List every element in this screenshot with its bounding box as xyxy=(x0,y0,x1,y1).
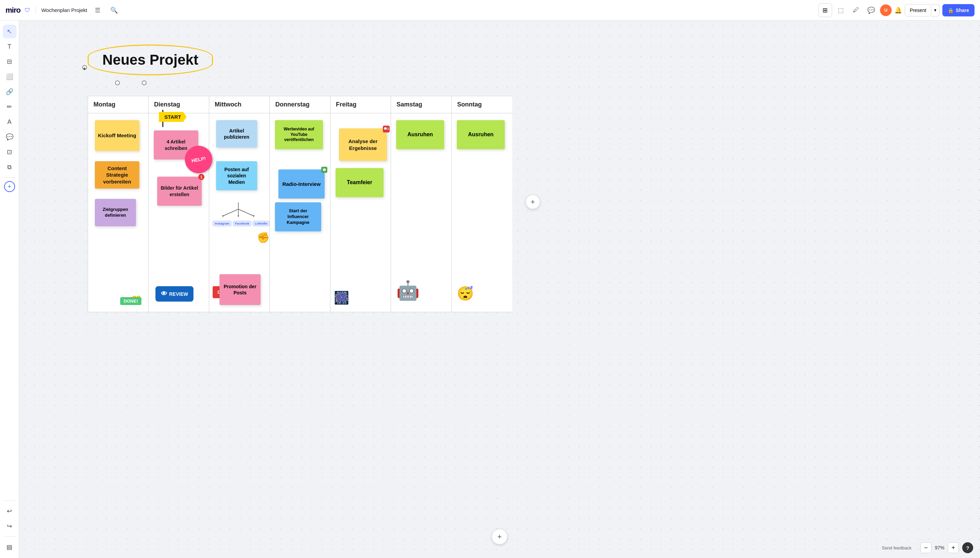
social-tags: Instagram Facebook LinkedIn xyxy=(213,221,264,226)
sticky-artikel-pub[interactable]: Artikel publizieren xyxy=(216,120,257,148)
panel-toggle[interactable]: ▤ xyxy=(3,540,16,554)
sticky-ausruhen-sa-text: Ausruhen xyxy=(407,131,433,138)
send-feedback[interactable]: Send feedback xyxy=(882,545,911,550)
comment-button[interactable]: 💬 xyxy=(865,4,877,16)
day-headers: Montag Dienstag Mittwoch Donnerstag Frei… xyxy=(88,96,512,113)
sticky-content-strategie-text: Content Strategie vorbereiten xyxy=(98,165,136,185)
sticky-content-strategie[interactable]: Content Strategie vorbereiten xyxy=(95,161,140,189)
sticky-radio[interactable]: 💬 Radio-Interview xyxy=(278,169,325,199)
present-label: Present xyxy=(910,8,926,13)
handle-right[interactable] xyxy=(142,80,146,85)
eye-icon: 👁 xyxy=(161,290,167,297)
comment-tool[interactable]: 💬 xyxy=(3,130,16,144)
topbar-right: ⊞ ⬚ 🖊 💬 U 🔔 Present ▾ 🔒 Share xyxy=(818,3,975,17)
sticky-influencer[interactable]: Start der Influencer Kampagne xyxy=(275,202,321,231)
sticky-teamfeier-text: Teamfeier xyxy=(347,179,372,186)
zoom-out-button[interactable]: − xyxy=(921,542,931,553)
week-grid: Montag Dienstag Mittwoch Donnerstag Frei… xyxy=(88,96,512,312)
present-dropdown[interactable]: ▾ xyxy=(931,4,940,16)
text-tool[interactable]: T xyxy=(3,40,16,53)
pen-tool[interactable]: ✏ xyxy=(3,100,16,114)
add-button[interactable]: + xyxy=(4,181,15,192)
tuesday-column: START 4 Artikel schreiben HELP! 1 Bilder… xyxy=(149,113,209,312)
help-button[interactable]: ? xyxy=(962,542,973,553)
friday-column: 💬1 Analyse der Ergebnisse Teamfeier 🎆 xyxy=(330,113,391,312)
undo-button[interactable]: ↩ xyxy=(3,504,16,518)
sticky-radio-text: Radio-Interview xyxy=(282,181,321,188)
fist-sticker: ✊ xyxy=(257,231,269,243)
share-button[interactable]: 🔒 Share xyxy=(942,4,975,16)
monster-sticker: 🤖 xyxy=(396,279,420,302)
miro-logo: miro xyxy=(5,6,21,15)
search-button[interactable]: 🔍 xyxy=(108,4,120,16)
svg-line-1 xyxy=(223,209,238,216)
sticky-ausruhen-so-text: Ausruhen xyxy=(468,131,494,138)
social-flow: Instagram Facebook LinkedIn xyxy=(213,202,264,226)
present-button[interactable]: Present xyxy=(904,4,931,16)
sticky-bilder-text: Bilder für Artikel erstellen xyxy=(160,185,199,197)
sticky-zielgruppen-text: Zielgruppen definieren xyxy=(98,207,133,218)
sticky-werbevideo[interactable]: Werbevideo auf YouTube veröffentlichen xyxy=(275,120,323,149)
sticky-analyse-text: Analyse der Ergebnisse xyxy=(342,138,384,151)
badge-analyse: 💬1 xyxy=(383,126,390,133)
notifications-bell[interactable]: 🔔 xyxy=(895,7,902,14)
sunday-column: Ausruhen 😴 xyxy=(451,113,512,312)
saturday-column: Ausruhen 🤖 xyxy=(391,113,451,312)
select-tool-button[interactable]: ⬚ xyxy=(835,4,847,16)
sticky-zielgruppen[interactable]: Zielgruppen definieren xyxy=(95,199,136,226)
sticky-bilder[interactable]: 1 Bilder für Artikel erstellen xyxy=(157,177,202,206)
separator xyxy=(36,6,36,15)
sticky-influencer-text: Start der Influencer Kampagne xyxy=(278,208,318,226)
bottom-add-button[interactable]: + xyxy=(492,529,507,544)
frame-tool[interactable]: ⬜ xyxy=(3,70,16,84)
laser-pointer-button[interactable]: 🖊 xyxy=(850,4,862,16)
sunday-header: Sonntag xyxy=(451,96,512,113)
handle-left[interactable] xyxy=(115,80,120,85)
table-tool[interactable]: ⊟ xyxy=(3,55,16,69)
day-columns: Kickoff Meeting Content Strategie vorber… xyxy=(88,113,512,312)
template-tool[interactable]: ⧉ xyxy=(3,160,16,174)
svg-line-3 xyxy=(238,209,254,216)
flow-svg xyxy=(213,202,264,223)
sticky-artikel-pub-text: Artikel publizieren xyxy=(219,128,254,140)
project-title-ellipse[interactable]: Neues Projekt xyxy=(88,44,213,75)
project-title: Neues Projekt xyxy=(102,52,198,68)
sticky-tool[interactable]: 🔗 xyxy=(3,85,16,98)
sticky-ausruhen-sa[interactable]: Ausruhen xyxy=(396,120,444,149)
zoom-in-button[interactable]: + xyxy=(948,542,959,553)
share-label: Share xyxy=(956,8,969,13)
sticky-analyse[interactable]: 💬1 Analyse der Ergebnisse xyxy=(339,128,387,161)
badge-radio: 💬 xyxy=(321,167,327,173)
project-title-area: Neues Projekt + xyxy=(88,44,213,75)
sticky-posten[interactable]: Posten auf sozialen Medien xyxy=(216,161,257,190)
start-flag-area: START xyxy=(159,110,187,122)
svg-marker-5 xyxy=(238,215,239,217)
right-add-button[interactable]: + xyxy=(526,195,540,209)
sticky-promotion[interactable]: Promotion der Posts xyxy=(220,274,261,305)
avatar[interactable]: U xyxy=(880,5,891,16)
sticky-promotion-text: Promotion der Posts xyxy=(222,284,258,296)
add-handle[interactable]: + xyxy=(82,65,87,70)
redo-button[interactable]: ↪ xyxy=(3,519,16,533)
monday-column: Kickoff Meeting Content Strategie vorber… xyxy=(88,113,149,312)
crop-tool[interactable]: ⊡ xyxy=(3,145,16,159)
thursday-column: Werbevideo auf YouTube veröffentlichen 💬… xyxy=(270,113,330,312)
topbar: miro 🛡 Wochenplan Projekt ☰ 🔍 ⊞ ⬚ 🖊 💬 U … xyxy=(0,0,980,21)
saturday-header: Samstag xyxy=(391,96,451,113)
sticky-teamfeier[interactable]: Teamfeier xyxy=(336,168,384,197)
done-text: DONE! xyxy=(124,299,138,304)
zoom-percent: 97% xyxy=(935,545,944,550)
cursor-tool[interactable]: ↖ xyxy=(3,25,16,38)
bottom-right-controls: Send feedback − 97% + ? xyxy=(882,542,973,553)
font-tool[interactable]: A xyxy=(3,115,16,129)
sticky-ausruhen-so[interactable]: Ausruhen xyxy=(457,120,505,149)
start-sticker: START xyxy=(159,112,187,122)
board-title[interactable]: Wochenplan Projekt xyxy=(41,7,87,13)
canvas[interactable]: Neues Projekt + Montag Dienstag Mittwoch… xyxy=(19,21,980,558)
review-sticker: 👁 REVIEW xyxy=(156,286,194,302)
menu-button[interactable]: ☰ xyxy=(92,4,104,16)
sticky-kickoff[interactable]: Kickoff Meeting xyxy=(95,120,140,151)
apps-grid-button[interactable]: ⊞ xyxy=(818,3,832,17)
linkedin-tag: LinkedIn xyxy=(253,221,269,226)
sticky-kickoff-text: Kickoff Meeting xyxy=(98,132,136,139)
